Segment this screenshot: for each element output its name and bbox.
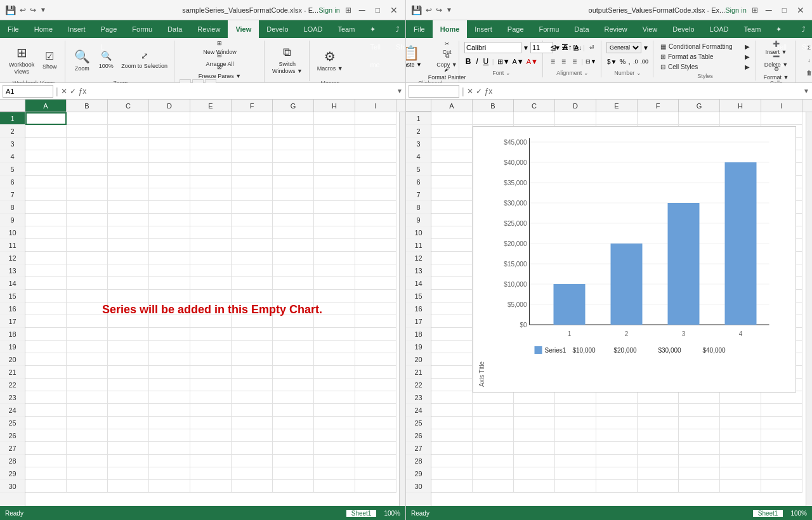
left-cell-row26-col8[interactable]	[355, 429, 396, 442]
right-cell-row29-col3[interactable]	[555, 467, 596, 480]
right-cell-row26-col6[interactable]	[679, 429, 720, 442]
right-cell-row23-col5[interactable]	[638, 391, 679, 404]
right-row-4[interactable]: 4	[406, 150, 431, 163]
left-cell-row7-col4[interactable]	[190, 188, 232, 201]
left-row-6[interactable]: 6	[0, 176, 25, 188]
left-cell-row3-col7[interactable]	[314, 138, 355, 150]
left-tab-view[interactable]: View	[228, 20, 259, 38]
right-name-box[interactable]	[409, 85, 459, 98]
left-cell-row22-col7[interactable]	[314, 379, 355, 391]
left-cell-row4-col7[interactable]	[314, 150, 355, 163]
left-cell-row29-col0[interactable]	[25, 467, 67, 480]
right-cell-row23-col3[interactable]	[555, 391, 596, 404]
left-cell-row30-col8[interactable]	[355, 480, 396, 493]
left-row-20[interactable]: 20	[0, 353, 25, 366]
left-col-I[interactable]: I	[355, 100, 396, 112]
align-middle-center-btn[interactable]: ☰	[560, 42, 570, 53]
left-cell-row15-col6[interactable]	[273, 290, 314, 302]
left-cell-row30-col4[interactable]	[190, 480, 232, 493]
left-row-8[interactable]: 8	[0, 201, 25, 214]
right-cell-row29-col0[interactable]	[431, 467, 473, 480]
left-col-D[interactable]: D	[149, 100, 190, 112]
left-cell-row12-col8[interactable]	[355, 252, 396, 264]
left-cell-row11-col6[interactable]	[273, 239, 314, 252]
right-cell-row27-col3[interactable]	[555, 442, 596, 455]
left-cell-row8-col8[interactable]	[355, 201, 396, 214]
left-cell-row10-col2[interactable]	[108, 226, 149, 239]
right-cell-row2-col0[interactable]	[431, 125, 473, 138]
left-col-B[interactable]: B	[67, 100, 108, 112]
right-row-12[interactable]: 12	[406, 252, 431, 264]
left-cell-row10-col3[interactable]	[149, 226, 190, 239]
right-vscroll[interactable]	[806, 112, 812, 506]
insert-cells-btn[interactable]: ➕ Insert ▼	[761, 42, 792, 53]
left-cell-row4-col1[interactable]	[67, 150, 108, 163]
left-cell-row12-col3[interactable]	[149, 252, 190, 264]
right-sheet-tab[interactable]: Sheet1	[753, 510, 783, 517]
right-cell-row24-col0[interactable]	[431, 404, 473, 417]
right-cell-row1-col0[interactable]	[431, 112, 473, 125]
left-cell-row24-col3[interactable]	[149, 404, 190, 417]
align-center-btn[interactable]: ≡	[559, 56, 568, 67]
right-maximize-btn[interactable]: □	[780, 6, 789, 15]
increase-decimal-btn[interactable]: .00	[639, 56, 649, 67]
left-cell-row3-col0[interactable]	[25, 138, 67, 150]
left-tab-pagel[interactable]: Page L	[93, 20, 125, 38]
right-share[interactable]: ⤴ Share	[794, 20, 812, 38]
fill-btn[interactable]: ↓ ▼	[803, 55, 812, 66]
left-cell-row12-col2[interactable]	[108, 252, 149, 264]
left-cell-row27-col2[interactable]	[108, 442, 149, 455]
left-cell-row6-col3[interactable]	[149, 176, 190, 188]
left-cell-row16-col3[interactable]	[149, 302, 190, 315]
left-tab-develo[interactable]: Develo	[259, 20, 296, 38]
right-cell-row23-col0[interactable]	[431, 391, 473, 404]
right-row-15[interactable]: 15	[406, 290, 431, 302]
left-cell-row4-col0[interactable]	[25, 150, 67, 163]
right-cell-row26-col4[interactable]	[596, 429, 638, 442]
left-cell-row9-col4[interactable]	[190, 214, 232, 226]
right-cell-row27-col1[interactable]	[473, 442, 514, 455]
left-row-25[interactable]: 25	[0, 417, 25, 429]
right-cell-row10-col0[interactable]	[431, 226, 473, 239]
left-cell-row21-col2[interactable]	[108, 366, 149, 379]
left-tab-home[interactable]: Home	[27, 20, 60, 38]
undo-icon[interactable]: ↩	[20, 6, 26, 15]
right-cell-row23-col6[interactable]	[679, 391, 720, 404]
left-cell-row19-col1[interactable]	[67, 341, 108, 353]
freeze-panes-btn[interactable]: ⊠ Freeze Panes ▼	[180, 66, 260, 77]
right-cell-row28-col6[interactable]	[679, 455, 720, 467]
left-cell-row17-col0[interactable]	[25, 315, 67, 328]
right-tab-insert[interactable]: Insert	[467, 20, 500, 38]
left-cell-C1[interactable]	[108, 112, 149, 125]
right-cell-row24-col1[interactable]	[473, 404, 514, 417]
right-row-2[interactable]: 2	[406, 125, 431, 138]
left-cell-row21-col3[interactable]	[149, 366, 190, 379]
left-cell-row6-col0[interactable]	[25, 176, 67, 188]
workbook-views-btn[interactable]: ⊞ WorkbookViews	[6, 42, 37, 79]
align-left-btn[interactable]: ≡	[548, 56, 558, 67]
left-cell-row22-col2[interactable]	[108, 379, 149, 391]
left-cell-row24-col1[interactable]	[67, 404, 108, 417]
left-cell-row29-col1[interactable]	[67, 467, 108, 480]
left-cell-row27-col4[interactable]	[190, 442, 232, 455]
right-cell-row25-col8[interactable]	[761, 417, 802, 429]
left-cell-row12-col4[interactable]	[190, 252, 232, 264]
right-cell-row23-col1[interactable]	[473, 391, 514, 404]
right-cell-row25-col6[interactable]	[679, 417, 720, 429]
align-top-left-btn[interactable]: ⊴	[548, 42, 558, 53]
left-cell-row17-col2[interactable]	[108, 315, 149, 328]
left-cell-row20-col1[interactable]	[67, 353, 108, 366]
left-cell-row11-col0[interactable]	[25, 239, 67, 252]
right-cell-row24-col6[interactable]	[679, 404, 720, 417]
format-cells-btn[interactable]: ⚙ Format ▼	[761, 67, 792, 79]
left-col-C[interactable]: C	[108, 100, 149, 112]
left-cell-row13-col3[interactable]	[149, 264, 190, 277]
left-tab-file[interactable]: File	[0, 20, 27, 38]
left-cell-row11-col4[interactable]	[190, 239, 232, 252]
left-cell-row23-col0[interactable]	[25, 391, 67, 404]
left-cell-D1[interactable]	[149, 112, 190, 125]
left-cell-row5-col5[interactable]	[232, 163, 273, 176]
left-cell-row5-col0[interactable]	[25, 163, 67, 176]
left-cell-row2-col4[interactable]	[190, 125, 232, 138]
left-cell-row5-col3[interactable]	[149, 163, 190, 176]
